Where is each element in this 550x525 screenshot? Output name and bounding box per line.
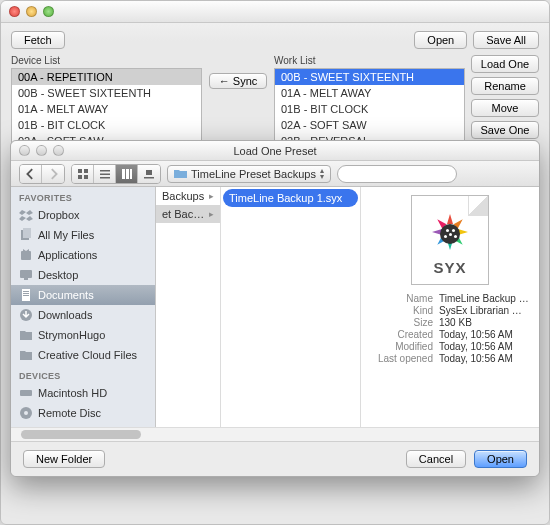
save-one-button[interactable]: Save One (471, 121, 539, 139)
sheet-titlebar: Load One Preset (11, 141, 539, 161)
meta-key: Kind (371, 305, 433, 316)
close-icon[interactable] (19, 145, 30, 156)
sidebar-item-label: Dropbox (38, 209, 80, 221)
sidebar-item-dropbox[interactable]: Dropbox (11, 205, 155, 225)
sidebar-item-label: Desktop (38, 269, 78, 281)
meta-key: Modified (371, 341, 433, 352)
sidebar-item-macintosh-hd[interactable]: Macintosh HD (11, 383, 155, 403)
sidebar-item-downloads[interactable]: Downloads (11, 305, 155, 325)
rename-button[interactable]: Rename (471, 77, 539, 95)
column-row[interactable]: Backups▸ (156, 187, 220, 205)
work-list-label: Work List (274, 55, 465, 66)
all-files-icon (19, 228, 33, 242)
svg-point-26 (24, 411, 28, 415)
sheet-toolbar: TimeLine Preset Backups ▴▾ (11, 161, 539, 187)
sidebar-item-strymonhugo[interactable]: StrymonHugo (11, 325, 155, 345)
svg-rect-4 (100, 170, 110, 172)
minimize-icon (36, 145, 47, 156)
svg-rect-3 (84, 175, 88, 179)
arrow-left-icon: ← (219, 75, 230, 87)
column-row-label: et Backups (162, 208, 209, 220)
back-button[interactable] (20, 165, 42, 183)
sidebar-item-remote-disc[interactable]: Remote Disc (11, 403, 155, 423)
view-column-icon[interactable] (116, 165, 138, 183)
search-input[interactable] (348, 168, 486, 180)
sidebar-heading-devices: DEVICES (11, 365, 155, 383)
browser-column-2[interactable]: TimeLine Backup 1.syx (221, 187, 361, 427)
load-one-button[interactable]: Load One (471, 55, 539, 73)
open-button[interactable]: Open (414, 31, 467, 49)
zoom-icon[interactable] (43, 6, 54, 17)
meta-value: Today, 10:56 AM (439, 353, 529, 364)
sidebar-item-creative-cloud[interactable]: Creative Cloud Files (11, 345, 155, 365)
open-confirm-button[interactable]: Open (474, 450, 527, 468)
fetch-button[interactable]: Fetch (11, 31, 65, 49)
sidebar-heading-favorites: FAVORITES (11, 187, 155, 205)
open-dialog: Load One Preset TimeLine Preset Backups … (10, 140, 540, 477)
new-folder-button[interactable]: New Folder (23, 450, 105, 468)
view-mode-selector[interactable] (71, 164, 161, 184)
sheet-footer: New Folder Cancel Open (11, 441, 539, 476)
sidebar-item-all-my-files[interactable]: All My Files (11, 225, 155, 245)
svg-rect-24 (20, 390, 32, 396)
sidebar-item-label: Downloads (38, 309, 92, 321)
device-list-item[interactable]: 00B - SWEET SIXTEENTH (12, 85, 201, 101)
zoom-icon (53, 145, 64, 156)
sidebar-item-label: Applications (38, 249, 97, 261)
view-icon-icon[interactable] (72, 165, 94, 183)
sidebar[interactable]: FAVORITES Dropbox All My Files Applicati… (11, 187, 156, 427)
search-field[interactable] (337, 165, 457, 183)
sidebar-item-applications[interactable]: Applications (11, 245, 155, 265)
move-button[interactable]: Move (471, 99, 539, 117)
sidebar-item-label: Remote Disc (38, 407, 101, 419)
column-row[interactable]: et Backups▸ (156, 205, 220, 223)
save-all-button[interactable]: Save All (473, 31, 539, 49)
svg-marker-29 (447, 214, 453, 224)
svg-rect-15 (23, 228, 31, 238)
sync-label: Sync (233, 75, 257, 87)
preview-metadata: NameTimeLine Backup 1.syx KindSysEx Libr… (371, 293, 529, 365)
view-list-icon[interactable] (94, 165, 116, 183)
cancel-button[interactable]: Cancel (406, 450, 466, 468)
horizontal-scrollbar[interactable] (11, 427, 539, 441)
midi-din-icon (440, 224, 460, 244)
scrollbar-thumb[interactable] (21, 430, 141, 439)
close-icon[interactable] (9, 6, 20, 17)
documents-icon (19, 288, 33, 302)
browser-column-1[interactable]: Backups▸ et Backups▸ (156, 187, 221, 427)
work-list-item[interactable]: 01B - BIT CLOCK (275, 101, 464, 117)
sidebar-item-label: All My Files (38, 229, 94, 241)
work-list-item[interactable]: 00B - SWEET SIXTEENTH (275, 69, 464, 85)
device-list-item[interactable]: 01B - BIT CLOCK (12, 117, 201, 133)
svg-rect-5 (100, 173, 110, 175)
sidebar-item-label: Documents (38, 289, 94, 301)
sidebar-item-documents[interactable]: Documents (11, 285, 155, 305)
disc-icon (19, 406, 33, 420)
svg-rect-18 (24, 278, 28, 280)
folder-icon (174, 168, 187, 179)
view-coverflow-icon[interactable] (138, 165, 160, 183)
main-traffic-lights[interactable] (9, 6, 54, 17)
file-browser: FAVORITES Dropbox All My Files Applicati… (11, 187, 539, 427)
svg-rect-6 (100, 177, 110, 179)
sheet-traffic-lights (19, 145, 64, 156)
svg-rect-7 (122, 169, 125, 179)
column-row-selected[interactable]: TimeLine Backup 1.syx (223, 189, 358, 207)
device-list-item[interactable]: 00A - REPETITION (12, 69, 201, 85)
nav-back-forward[interactable] (19, 164, 65, 184)
minimize-icon[interactable] (26, 6, 37, 17)
disk-icon (19, 386, 33, 400)
work-list-item[interactable]: 01A - MELT AWAY (275, 85, 464, 101)
path-popup[interactable]: TimeLine Preset Backups ▴▾ (167, 165, 331, 183)
sidebar-item-desktop[interactable]: Desktop (11, 265, 155, 285)
sheet-title: Load One Preset (19, 145, 531, 157)
work-list-item[interactable]: 02A - SOFT SAW (275, 117, 464, 133)
meta-value: Today, 10:56 AM (439, 329, 529, 340)
forward-button[interactable] (42, 165, 64, 183)
sidebar-item-label: StrymonHugo (38, 329, 105, 341)
meta-value: TimeLine Backup 1.syx (439, 293, 529, 304)
device-list-item[interactable]: 01A - MELT AWAY (12, 101, 201, 117)
sync-button[interactable]: ← Sync (209, 73, 268, 89)
folder-icon (19, 328, 33, 342)
column-row-label: TimeLine Backup 1.syx (229, 192, 342, 204)
